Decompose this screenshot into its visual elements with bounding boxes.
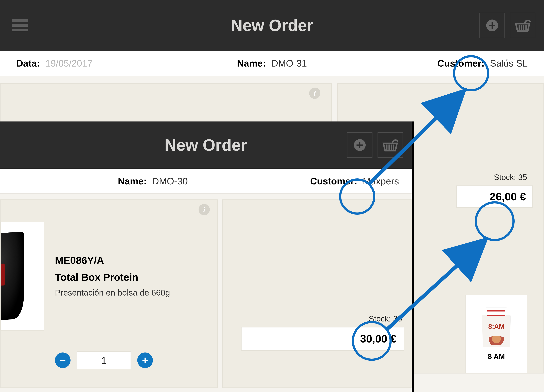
minus-icon [58,356,67,365]
product-image [0,222,44,331]
hamburger-icon [12,24,28,27]
plus-icon [141,356,150,365]
info-i-glyph: i [314,89,316,98]
product-logo-8am: 8:AM [482,323,510,331]
plus-circle-icon [353,138,367,152]
cart-button-back[interactable] [510,13,535,38]
svg-rect-5 [356,144,363,146]
qty-input[interactable] [77,351,131,369]
info-name-front: Name: DMO-30 [118,176,188,187]
info-i-glyph: i [203,205,205,214]
product-name: Total Box Protein [55,271,210,283]
svg-rect-8 [145,357,146,363]
product-thumb-8am[interactable]: 8:AM 8 AM [466,295,527,373]
svg-rect-2 [489,25,495,26]
cart-button-front[interactable] [378,132,403,158]
qty-increment-button[interactable] [137,352,153,368]
info-customer-value: Salús SL [490,58,528,69]
info-name-value: DMO-31 [271,58,307,69]
product-image-8am: 8:AM [482,308,511,347]
add-button-front[interactable] [347,132,373,158]
product-card-front[interactable]: i ME086Y/A Total Box Protein Presentació… [0,199,218,388]
basket-icon [381,136,399,154]
stock-label-front: Stock: 35 [369,314,402,323]
info-name-label: Name: [237,58,266,69]
plus-circle-icon [485,18,499,32]
topbar-actions-front [347,132,403,158]
price-back: 26,00 € [456,185,532,208]
product-description: Presentación en bolsa de 660g [55,288,210,297]
order-info-bar-back: Data: 19/05/2017 Name: DMO-31 Customer: … [0,51,544,76]
menu-button[interactable] [10,15,30,35]
info-customer-label-front: Customer: [310,176,357,187]
info-customer-value-front: Maxpers [363,176,399,187]
product-card-front-right[interactable]: Stock: 35 30,00 € [222,199,412,388]
stock-label-back: Stock: 35 [494,173,527,182]
svg-rect-6 [60,360,65,361]
topbar-actions-back [479,13,535,38]
product-name-8am: 8 AM [488,352,505,361]
qty-decrement-button[interactable] [55,352,71,368]
info-data-value: 19/05/2017 [45,58,93,69]
product-area-front: i ME086Y/A Total Box Protein Presentació… [0,194,412,392]
order-info-bar-front: Name: DMO-30 Customer: Maxpers [0,169,412,194]
info-customer-back: Customer: Salús SL [437,58,528,69]
info-name-value-front: DMO-30 [152,176,188,187]
order-screen-front: New Order Name: DMO-30 Customer: Maxpers [0,121,412,392]
info-icon[interactable]: i [199,204,210,215]
product-meta: ME086Y/A Total Box Protein Presentación … [55,254,210,297]
topbar-back: New Order [0,0,544,51]
price-front: 30,00 € [241,327,404,351]
quantity-stepper [55,351,153,369]
product-sku: ME086Y/A [55,254,210,266]
add-button-back[interactable] [479,13,505,38]
topbar-front: New Order [0,121,412,169]
info-icon[interactable]: i [309,88,320,99]
info-data: Data: 19/05/2017 [16,58,93,69]
basket-icon [514,16,532,35]
info-customer-front: Customer: Maxpers [310,176,399,187]
info-name-label-front: Name: [118,176,147,187]
info-data-label: Data: [16,58,40,69]
info-customer-label: Customer: [437,58,485,69]
info-name-back: Name: DMO-31 [237,58,307,69]
page-title-back: New Order [0,16,544,35]
